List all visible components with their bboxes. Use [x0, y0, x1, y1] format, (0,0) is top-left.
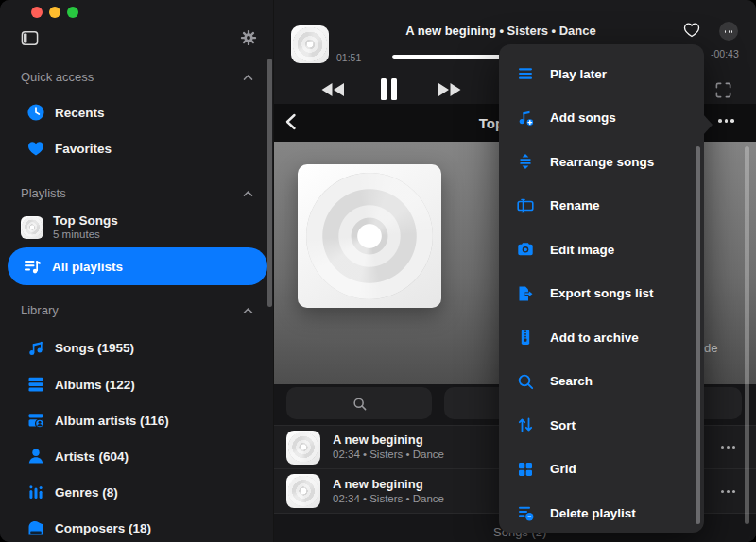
- menu-item-search[interactable]: Search: [499, 360, 704, 404]
- menu-item-label: Play later: [550, 67, 607, 81]
- menu-item-add-songs[interactable]: Add songs: [499, 96, 704, 141]
- sidebar-item-all-playlists[interactable]: All playlists: [8, 247, 267, 285]
- remaining-time: -00:43: [711, 48, 739, 59]
- menu-scrollbar[interactable]: [696, 146, 700, 524]
- playlist-name: Top Songs: [53, 213, 118, 228]
- play-later-icon: [516, 64, 535, 83]
- search-icon: [352, 396, 368, 412]
- sidebar-item-recents[interactable]: Recents: [0, 98, 267, 127]
- menu-item-rearrange-songs[interactable]: Rearrange songs: [499, 140, 704, 184]
- person-icon: [26, 447, 45, 466]
- playlist-artwork[interactable]: [298, 164, 441, 308]
- add-songs-icon: [516, 109, 535, 127]
- playlist-duration: 5 minutes: [53, 228, 118, 241]
- menu-item-label: Search: [550, 374, 593, 388]
- now-playing-artwork[interactable]: [291, 25, 329, 63]
- export-icon: [516, 284, 535, 303]
- section-library[interactable]: Library: [21, 303, 59, 317]
- close-window-button[interactable]: [31, 7, 43, 18]
- ellipsis-icon: [721, 490, 735, 493]
- sidebar-item-label: Artists (604): [55, 449, 129, 464]
- menu-item-add-to-archive[interactable]: Add to archive: [499, 315, 704, 360]
- rename-icon: [516, 196, 535, 215]
- menu-item-rename[interactable]: Rename: [499, 184, 704, 229]
- chevron-up-icon[interactable]: [242, 188, 254, 200]
- menu-item-play-later[interactable]: Play later: [499, 52, 704, 96]
- gear-icon[interactable]: [240, 29, 257, 46]
- sidebar-item-label: Songs (1955): [55, 341, 134, 355]
- music-notes-icon: [26, 338, 45, 357]
- sidebar-item-label: Genres (8): [55, 485, 118, 500]
- pause-button[interactable]: [381, 78, 397, 103]
- menu-item-label: Rename: [550, 198, 600, 212]
- app-window: Quick access Recents Favorites Playlists…: [0, 0, 756, 542]
- composers-icon: [26, 518, 45, 537]
- sidebar-item-label: Favorites: [55, 142, 112, 156]
- albums-stack-icon: [26, 375, 45, 394]
- menu-item-grid[interactable]: Grid: [499, 448, 704, 492]
- chevron-up-icon[interactable]: [242, 72, 254, 84]
- menu-item-export-songs-list[interactable]: Export songs list: [499, 272, 704, 316]
- sidebar-item-artists[interactable]: Artists (604): [0, 442, 267, 470]
- player-more-button[interactable]: [719, 22, 738, 41]
- menu-item-sort[interactable]: Sort: [499, 403, 704, 448]
- genres-icon: [26, 483, 45, 501]
- heart-icon: [26, 139, 45, 158]
- section-quick-access[interactable]: Quick access: [21, 70, 94, 84]
- menu-item-edit-image[interactable]: Edit image: [499, 228, 704, 272]
- zoom-window-button[interactable]: [67, 7, 78, 18]
- sidebar-item-album-artists[interactable]: Album artists (116): [0, 406, 267, 434]
- ellipsis-icon: [718, 119, 734, 123]
- fast-forward-icon: [438, 82, 462, 97]
- rearrange-songs-icon: [516, 152, 535, 171]
- rewind-icon: [320, 82, 345, 97]
- song-more-button[interactable]: [717, 486, 739, 497]
- playlist-thumbnail: [21, 216, 43, 239]
- sidebar-item-songs[interactable]: Songs (1955): [0, 333, 267, 362]
- sidebar-item-label: All playlists: [52, 260, 123, 274]
- sidebar-item-albums[interactable]: Albums (122): [0, 370, 267, 398]
- partial-text: de: [704, 341, 717, 355]
- sidebar-item-label: Composers (18): [55, 521, 151, 535]
- grid-icon: [516, 460, 535, 479]
- album-artists-icon: [26, 411, 45, 430]
- playlist-icon: [23, 257, 42, 276]
- next-button[interactable]: [438, 82, 462, 100]
- minimize-window-button[interactable]: [49, 7, 60, 18]
- sidebar-item-label: Recents: [55, 106, 105, 120]
- menu-item-label: Edit image: [550, 243, 614, 257]
- playlist-more-button[interactable]: [718, 119, 734, 123]
- search-button[interactable]: [286, 387, 432, 419]
- sidebar-item-top-songs[interactable]: Top Songs 5 minutes: [0, 213, 267, 241]
- section-playlists[interactable]: Playlists: [21, 186, 66, 200]
- expand-icon[interactable]: [714, 81, 732, 99]
- menu-item-delete-playlist[interactable]: Delete playlist: [499, 491, 704, 535]
- menu-tail: [703, 114, 713, 135]
- sidebar-scrollbar[interactable]: [267, 59, 272, 307]
- previous-button[interactable]: [320, 82, 345, 100]
- menu-item-label: Sort: [550, 418, 576, 432]
- menu-item-label: Rearrange songs: [550, 155, 654, 169]
- sidebar-item-favorites[interactable]: Favorites: [0, 134, 267, 162]
- menu-item-label: Export songs list: [550, 286, 654, 300]
- search-icon: [516, 372, 535, 391]
- camera-icon: [516, 240, 535, 259]
- menu-item-label: Delete playlist: [550, 506, 636, 520]
- delete-playlist-icon: [516, 503, 535, 522]
- like-heart-icon[interactable]: [683, 22, 700, 38]
- menu-item-label: Add songs: [550, 110, 616, 125]
- sidebar-item-label: Album artists (116): [55, 414, 169, 428]
- menu-item-label: Grid: [550, 462, 576, 476]
- song-more-button[interactable]: [717, 442, 739, 452]
- chevron-up-icon[interactable]: [242, 305, 254, 317]
- ellipsis-icon: [721, 446, 735, 449]
- sidebar-item-genres[interactable]: Genres (8): [0, 478, 267, 506]
- main-scrollbar[interactable]: [745, 146, 749, 524]
- playlist-context-menu: Play later Add songs Rearrange songs: [499, 44, 704, 533]
- song-thumbnail: [286, 474, 320, 508]
- sidebar-toggle-icon[interactable]: [21, 29, 39, 47]
- song-thumbnail: [286, 431, 320, 465]
- sidebar-item-composers[interactable]: Composers (18): [0, 514, 267, 542]
- now-playing-title: A new begining • Sisters • Dance: [331, 24, 671, 38]
- menu-item-label: Add to archive: [550, 330, 639, 345]
